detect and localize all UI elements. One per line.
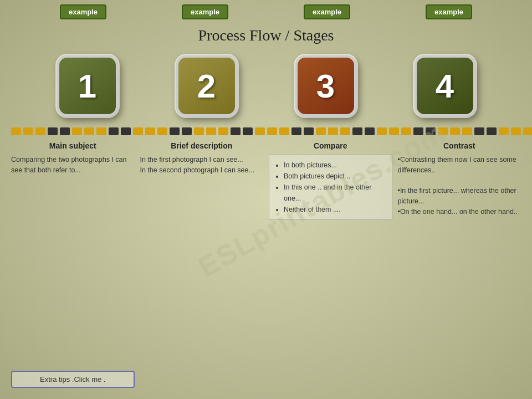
dash-13 <box>157 127 167 135</box>
dash-8 <box>96 127 106 135</box>
step-4-icon: 4 <box>415 55 475 116</box>
dash-25 <box>304 127 314 135</box>
col-4-header: Contrast <box>398 141 521 150</box>
dash-9 <box>109 127 119 135</box>
dash-33 <box>401 127 411 135</box>
dash-22 <box>267 127 277 135</box>
extra-tips-button[interactable]: Extra tips .Click me . <box>11 371 135 388</box>
dash-27 <box>328 127 338 135</box>
page-title: Process Flow / Stages <box>0 27 532 44</box>
col-brief-description: Brief description In the first photograp… <box>140 141 264 388</box>
col-4-body: •Contrasting them now I can see some dif… <box>398 155 521 217</box>
col-compare: Compare In both pictures... Both picture… <box>269 141 392 388</box>
dash-16 <box>194 127 204 135</box>
compare-item-3: In this one .. and in the other one... <box>284 182 386 204</box>
dash-20 <box>243 127 253 135</box>
dash-2 <box>23 127 33 135</box>
dash-5 <box>60 127 70 135</box>
dash-28 <box>340 127 350 135</box>
dash-11 <box>133 127 143 135</box>
dash-10 <box>121 127 131 135</box>
dash-36 <box>438 127 448 135</box>
dash-30 <box>365 127 375 135</box>
dash-24 <box>291 127 301 135</box>
compare-item-2: Both pictures depict .. <box>284 171 386 182</box>
dash-6 <box>72 127 82 135</box>
example-badge-1: example <box>60 4 106 19</box>
dash-39 <box>474 127 484 135</box>
step-2-icon: 2 <box>176 55 237 116</box>
dash-17 <box>206 127 216 135</box>
step-1-icon: 1 <box>57 55 118 116</box>
col-contrast: Contrast •Contrasting them now I can see… <box>398 141 521 388</box>
compare-list: In both pictures... Both pictures depict… <box>275 160 386 215</box>
steps-row: 1 2 3 4 <box>0 55 532 116</box>
dash-38 <box>462 127 472 135</box>
col-3-header: Compare <box>269 141 392 150</box>
dash-32 <box>389 127 399 135</box>
dash-31 <box>377 127 387 135</box>
dash-43 <box>523 127 532 135</box>
example-badge-2: example <box>182 4 228 19</box>
dash-18 <box>218 127 228 135</box>
dash-15 <box>182 127 192 135</box>
dash-4 <box>48 127 58 135</box>
dash-7 <box>84 127 94 135</box>
dash-12 <box>145 127 155 135</box>
col-1-body: Comparing the two photographs I can see … <box>11 155 135 364</box>
example-badge-4: example <box>426 4 472 19</box>
dash-34 <box>413 127 423 135</box>
dashed-divider <box>11 126 521 136</box>
col-2-header: Brief description <box>140 141 264 150</box>
dash-14 <box>170 127 180 135</box>
dash-26 <box>316 127 326 135</box>
col-2-body: In the first photograph I can see... In … <box>140 155 264 388</box>
dash-42 <box>511 127 521 135</box>
dash-29 <box>352 127 362 135</box>
dash-23 <box>279 127 289 135</box>
dash-3 <box>35 127 45 135</box>
example-badges-row: example example example example <box>0 4 532 19</box>
content-row: Main subject Comparing the two photograp… <box>11 141 521 388</box>
dash-40 <box>487 127 497 135</box>
col-1-header: Main subject <box>11 141 135 150</box>
step-3-icon: 3 <box>295 55 356 116</box>
dash-35 <box>426 127 436 135</box>
dash-19 <box>231 127 241 135</box>
dash-41 <box>499 127 509 135</box>
col-main-subject: Main subject Comparing the two photograp… <box>11 141 135 388</box>
example-badge-3: example <box>304 4 350 19</box>
compare-item-4: Neither of them .... <box>284 204 386 215</box>
compare-box: In both pictures... Both pictures depict… <box>269 155 392 220</box>
dash-37 <box>450 127 460 135</box>
compare-item-1: In both pictures... <box>284 160 386 171</box>
dash-1 <box>11 127 21 135</box>
dash-21 <box>255 127 265 135</box>
